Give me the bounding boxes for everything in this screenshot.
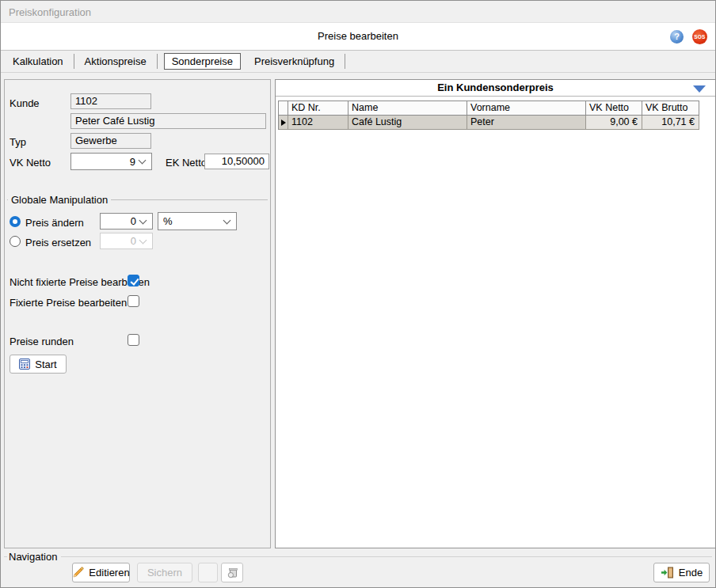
ek-netto-label: EK Netto — [166, 157, 207, 169]
sichern-button-label: Sichern — [147, 567, 182, 579]
tab-preisverknuepfung[interactable]: Preisverknüpfung — [246, 53, 343, 70]
kunde-name-field[interactable]: Peter Café Lustig — [70, 113, 266, 129]
chevron-down-icon — [139, 236, 147, 244]
header-band: Preise bearbeiten ? SOS — [1, 23, 715, 51]
preis-aendern-radio[interactable] — [10, 216, 21, 227]
navigation-label: Navigation — [7, 551, 61, 563]
editieren-button[interactable]: Editieren — [72, 563, 130, 582]
vk-netto-label: VK Netto — [10, 157, 51, 169]
start-button-label: Start — [35, 358, 56, 370]
preise-runden-label: Preise runden — [10, 336, 74, 347]
kundensonderpreis-panel: Ein Kundensonderpreis KD Nr. Name Vornam… — [275, 79, 716, 548]
discard-icon — [227, 567, 238, 579]
cell-name: Café Lustig — [348, 116, 467, 130]
typ-field[interactable]: Gewerbe — [70, 133, 151, 149]
preis-ersetzen-radio[interactable] — [10, 236, 21, 247]
ende-button[interactable]: Ende — [653, 563, 710, 582]
kundensonderpreis-grid: KD Nr. Name Vorname VK Netto VK Brutto 1… — [278, 101, 699, 130]
current-row-arrow-icon — [281, 119, 286, 126]
exit-door-icon — [661, 567, 674, 579]
preis-aendern-unit-dropdown[interactable]: % — [158, 212, 237, 230]
help-icon[interactable]: ? — [670, 30, 684, 44]
sos-icon[interactable]: SOS — [692, 29, 707, 44]
chevron-down-icon — [139, 157, 147, 165]
typ-label: Typ — [10, 136, 26, 148]
grid-selector-header — [278, 101, 288, 116]
tab-separator — [74, 54, 74, 69]
tab-bar: Kalkulation Aktionspreise Sonderpreise P… — [1, 51, 715, 73]
grid-caption: Ein Kundensonderpreis — [276, 80, 715, 97]
kunde-number-field[interactable]: 1102 — [70, 93, 151, 109]
chevron-down-icon — [223, 216, 231, 224]
navigation-groupline — [4, 556, 712, 557]
fixierte-checkbox[interactable] — [128, 295, 139, 307]
window-title: Preiskonfiguration — [9, 6, 91, 18]
preis-ersetzen-value-spinner: 0 — [100, 233, 153, 249]
start-button[interactable]: Start — [10, 355, 67, 374]
ek-netto-field[interactable]: 10,50000 — [204, 154, 269, 169]
globale-manipulation-label: Globale Manipulation — [8, 194, 111, 206]
row-selector-cell — [278, 116, 288, 130]
preis-ersetzen-label: Preis ersetzen — [25, 237, 91, 248]
grid-header-row: KD Nr. Name Vorname VK Netto VK Brutto — [278, 101, 699, 116]
preis-ersetzen-value: 0 — [101, 235, 140, 247]
sonderpreise-form-panel: Kunde 1102 Peter Café Lustig Typ Gewerbe… — [4, 79, 271, 548]
tab-sonderpreise[interactable]: Sonderpreise — [164, 53, 241, 70]
vk-netto-dropdown[interactable]: 9 — [70, 153, 152, 170]
cell-vorname: Peter — [467, 116, 586, 130]
page-title: Preise bearbeiten — [1, 23, 715, 50]
tab-kalkulation[interactable]: Kalkulation — [4, 53, 72, 70]
calculator-icon — [19, 358, 30, 370]
tab-separator — [157, 54, 158, 69]
preis-aendern-value: 0 — [101, 215, 140, 227]
preis-aendern-label: Preis ändern — [25, 217, 84, 229]
ende-button-label: Ende — [679, 567, 703, 579]
window-titlebar: Preiskonfiguration — [1, 1, 715, 23]
cell-vknetto: 9,00 € — [586, 116, 642, 130]
vk-netto-value: 9 — [71, 156, 139, 168]
grid-col-name[interactable]: Name — [348, 101, 467, 116]
kunde-label: Kunde — [10, 97, 40, 109]
preis-aendern-unit: % — [158, 215, 224, 227]
grid-caption-text: Ein Kundensonderpreis — [437, 82, 554, 93]
spacer-button[interactable] — [198, 563, 218, 582]
preiskonfiguration-window: Preiskonfiguration Preise bearbeiten ? S… — [0, 0, 716, 588]
editieren-button-label: Editieren — [89, 567, 129, 579]
verwerfen-button[interactable] — [221, 563, 243, 582]
nicht-fixierte-checkbox[interactable] — [128, 275, 139, 286]
tab-separator — [345, 54, 345, 69]
pencil-icon — [72, 567, 84, 579]
grid-col-vkbrutto[interactable]: VK Brutto — [642, 101, 699, 116]
grid-col-vknetto[interactable]: VK Netto — [586, 101, 642, 116]
fixierte-label: Fixierte Preise bearbeiten — [10, 297, 127, 309]
grid-col-kdnr[interactable]: KD Nr. — [288, 101, 348, 116]
table-row[interactable]: 1102 Café Lustig Peter 9,00 € 10,71 € — [278, 116, 699, 130]
cell-kdnr: 1102 — [288, 116, 348, 130]
sichern-button[interactable]: Sichern — [137, 563, 192, 582]
tab-aktionspreise[interactable]: Aktionspreise — [76, 53, 155, 70]
preis-aendern-value-spinner[interactable]: 0 — [100, 213, 153, 230]
preise-runden-checkbox[interactable] — [128, 334, 139, 346]
caption-dropdown-icon[interactable] — [693, 85, 706, 93]
cell-vkbrutto: 10,71 € — [642, 116, 699, 130]
chevron-down-icon — [139, 216, 147, 224]
grid-col-vorname[interactable]: Vorname — [467, 101, 586, 116]
